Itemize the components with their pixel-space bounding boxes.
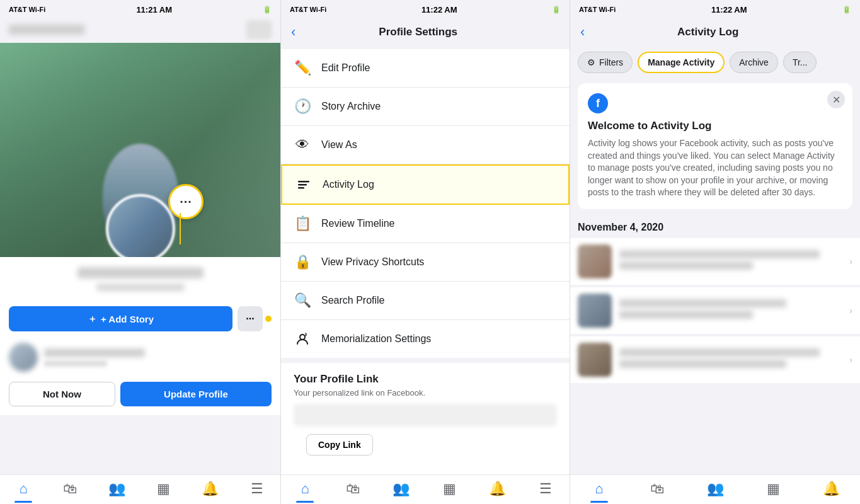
friend-avatar	[9, 343, 38, 372]
svg-rect-0	[298, 181, 309, 183]
settings-item-view-as[interactable]: 👁 View As	[281, 126, 570, 164]
activity-thumb-1	[578, 244, 612, 278]
more-options-button[interactable]: ···	[238, 306, 263, 331]
review-timeline-icon: 📋	[294, 215, 311, 232]
welcome-card-header: f	[588, 93, 842, 113]
search-icon: 🔍	[294, 292, 311, 309]
copy-link-button[interactable]: Copy Link	[306, 434, 373, 455]
profile-avatar	[106, 194, 175, 257]
filters-icon: ⚙	[587, 57, 595, 67]
back-button-activity[interactable]: ‹	[580, 24, 585, 40]
tab-manage-activity[interactable]: Manage Activity	[638, 52, 725, 73]
settings-item-review-timeline[interactable]: 📋 Review Timeline	[281, 205, 570, 243]
profile-sub-blur	[96, 284, 185, 291]
settings-item-search-profile[interactable]: 🔍 Search Profile	[281, 282, 570, 320]
carrier-2: AT&T Wi-Fi	[290, 6, 326, 13]
nav-shop-2[interactable]: 🛍	[344, 480, 362, 498]
close-welcome-button[interactable]: ✕	[827, 91, 845, 108]
activity-item-2[interactable]: ›	[570, 287, 860, 334]
profile-link-section: Your Profile Link Your personalized link…	[281, 358, 570, 474]
tab-manage-activity-label: Manage Activity	[648, 57, 714, 67]
settings-item-view-privacy[interactable]: 🔒 View Privacy Shortcuts	[281, 243, 570, 282]
activity-thumb-2	[578, 294, 612, 328]
activity-nav: ‹ Activity Log	[570, 18, 860, 47]
not-now-button[interactable]: Not Now	[9, 382, 115, 406]
header-icon-blur	[246, 20, 272, 39]
tab-archive[interactable]: Archive	[730, 52, 778, 73]
story-archive-icon: 🕐	[294, 98, 311, 115]
view-as-icon: 👁	[294, 136, 311, 154]
activity-date-header: November 4, 2020	[570, 214, 860, 237]
nav-bell-2[interactable]: 🔔	[488, 480, 506, 498]
tab-filters[interactable]: ⚙ Filters	[578, 52, 633, 73]
settings-item-memorialization[interactable]: Memorialization Settings	[281, 320, 570, 358]
nav-shop-1[interactable]: 🛍	[61, 480, 79, 498]
time-2: 11:22 AM	[421, 5, 457, 14]
more-dots-button[interactable]: ···	[168, 184, 204, 219]
text-line-3	[619, 299, 786, 307]
memorialization-label: Memorialization Settings	[321, 333, 431, 345]
settings-item-activity-log[interactable]: Activity Log	[281, 164, 570, 205]
nav-shop-3[interactable]: 🛍	[648, 480, 666, 498]
nav-bell-1[interactable]: 🔔	[202, 480, 219, 498]
review-timeline-label: Review Timeline	[321, 218, 394, 229]
profile-link-field	[294, 404, 557, 427]
time-3: 11:22 AM	[711, 5, 747, 14]
view-privacy-label: View Privacy Shortcuts	[321, 256, 424, 268]
add-story-row: ＋ + Add Story ···	[0, 301, 280, 339]
cover-photo: ···	[0, 43, 280, 257]
profile-link-header: Your Profile Link	[281, 363, 570, 388]
activity-log-icon	[295, 176, 312, 193]
nav-menu-1[interactable]: ▦	[155, 480, 173, 498]
add-story-button[interactable]: ＋ + Add Story	[9, 306, 232, 331]
tab-trash[interactable]: Tr...	[783, 52, 817, 73]
activity-item-1[interactable]: ›	[570, 238, 860, 285]
profile-link-sub: Your personalized link on Facebook.	[281, 388, 570, 404]
more-options: ···	[238, 306, 272, 331]
nav-home-2[interactable]: ⌂	[296, 480, 314, 498]
svg-rect-1	[298, 184, 307, 186]
activity-log-label: Activity Log	[323, 179, 374, 190]
edit-icon: ✏️	[294, 59, 311, 77]
nav-hamburger-1[interactable]: ☰	[248, 480, 266, 498]
nav-friends-2[interactable]: 👥	[393, 480, 410, 498]
text-line-4	[619, 311, 753, 319]
update-profile-button[interactable]: Update Profile	[120, 382, 272, 406]
copy-link-wrapper: Copy Link	[281, 434, 570, 474]
add-story-label: + Add Story	[101, 314, 154, 324]
activity-text-1	[619, 250, 842, 273]
settings-item-story-archive[interactable]: 🕐 Story Archive	[281, 88, 570, 126]
privacy-icon: 🔒	[294, 253, 311, 271]
settings-item-edit-profile[interactable]: ✏️ Edit Profile	[281, 49, 570, 88]
facebook-logo: f	[588, 93, 608, 113]
nav-menu-3[interactable]: ▦	[764, 480, 782, 498]
settings-list: ✏️ Edit Profile 🕐 Story Archive 👁 View A…	[281, 49, 570, 474]
activity-text-2	[619, 299, 842, 322]
svg-point-3	[300, 335, 305, 340]
activity-thumb-3	[578, 343, 612, 377]
settings-page-title: Profile Settings	[295, 26, 541, 38]
nav-bell-3[interactable]: 🔔	[822, 480, 840, 498]
nav-home-3[interactable]: ⌂	[590, 480, 608, 498]
welcome-card: f ✕ Welcome to Activity Log Activity log…	[578, 83, 852, 209]
battery-2: 🔋	[552, 6, 561, 14]
back-button-settings[interactable]: ‹	[291, 24, 295, 40]
chevron-right-1: ›	[849, 256, 852, 266]
nav-friends-1[interactable]: 👥	[108, 480, 125, 498]
bottom-nav-2: ⌂ 🛍 👥 ▦ 🔔 ☰	[281, 474, 570, 504]
text-line-5	[619, 348, 820, 357]
nav-friends-3[interactable]: 👥	[706, 480, 724, 498]
memorialization-icon	[294, 330, 311, 348]
panel-settings: AT&T Wi-Fi 11:22 AM 🔋 ‹ Profile Settings…	[280, 0, 570, 504]
panel-activity: AT&T Wi-Fi 11:22 AM 🔋 ‹ Activity Log ⚙ F…	[570, 0, 860, 504]
text-line-6	[619, 360, 786, 368]
activity-item-3[interactable]: ›	[570, 336, 860, 383]
yellow-dot	[265, 316, 272, 322]
nav-home-1[interactable]: ⌂	[14, 480, 32, 498]
nav-hamburger-2[interactable]: ☰	[537, 480, 554, 498]
carrier-3: AT&T Wi-Fi	[579, 6, 616, 13]
profile-name-section	[0, 257, 280, 301]
nav-menu-2[interactable]: ▦	[440, 480, 458, 498]
tab-filters-label: Filters	[599, 57, 623, 67]
text-line-2	[619, 261, 753, 270]
